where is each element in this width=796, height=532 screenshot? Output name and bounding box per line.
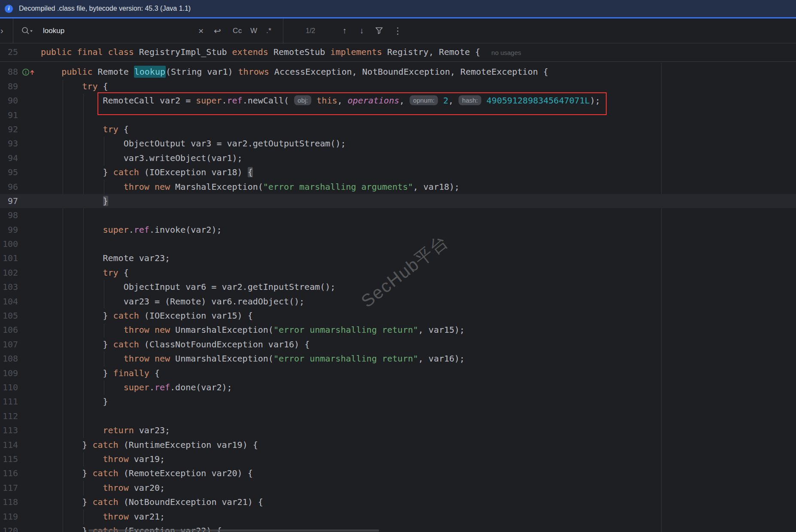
expand-replace-chevron-icon[interactable]: ›	[0, 18, 3, 43]
implements-method-icon[interactable]: I	[21, 67, 36, 77]
line-number[interactable]: 97	[0, 194, 18, 208]
line-number[interactable]: 98	[0, 208, 18, 222]
previous-occurrence-icon[interactable]: ↑	[343, 18, 347, 43]
code-text[interactable]: super.ref.done(var2);	[41, 380, 232, 395]
line-number[interactable]: 101	[0, 251, 18, 265]
filter-icon[interactable]	[375, 18, 383, 43]
code-text[interactable]: }	[41, 194, 108, 208]
sticky-header-line[interactable]: 25 public final class RegistryImpl_Stub …	[0, 43, 796, 62]
code-line-100[interactable]: 100	[0, 237, 796, 251]
line-number[interactable]: 113	[0, 423, 18, 438]
search-input[interactable]: lookup	[43, 18, 64, 43]
code-line-94[interactable]: 94 var3.writeObject(var1);	[0, 151, 796, 165]
code-line-119[interactable]: 119 throw var21;	[0, 510, 796, 524]
line-number[interactable]: 110	[0, 380, 18, 395]
code-text[interactable]: throw var21;	[41, 510, 165, 524]
line-number[interactable]: 25	[0, 45, 18, 59]
code-line-92[interactable]: 92 try {	[0, 122, 796, 137]
next-occurrence-icon[interactable]: ↓	[360, 18, 364, 43]
code-line-93[interactable]: 93 ObjectOutput var3 = var2.getOutputStr…	[0, 137, 796, 151]
code-line-106[interactable]: 106 throw new UnmarshalException("error …	[0, 323, 796, 337]
code-line-118[interactable]: 118 } catch (NotBoundException var21) {	[0, 495, 796, 509]
code-line-95[interactable]: 95 } catch (IOException var18) {	[0, 165, 796, 179]
code-text[interactable]: } catch (RuntimeException var19) {	[41, 438, 258, 452]
line-number[interactable]: 120	[0, 524, 18, 532]
code-line-88[interactable]: 88I public Remote lookup(String var1) th…	[0, 65, 796, 79]
more-options-icon[interactable]: ⋮	[393, 18, 403, 43]
code-line-112[interactable]: 112	[0, 409, 796, 423]
code-line-107[interactable]: 107 } catch (ClassNotFoundException var1…	[0, 337, 796, 352]
code-line-90[interactable]: 90 RemoteCall var2 = super.ref.newCall( …	[0, 94, 796, 108]
code-text[interactable]: public Remote lookup(String var1) throws…	[41, 65, 548, 79]
line-number[interactable]: 91	[0, 108, 18, 122]
code-editor[interactable]: 8788I public Remote lookup(String var1) …	[0, 62, 796, 532]
line-number[interactable]: 107	[0, 337, 18, 352]
code-text[interactable]: throw new UnmarshalException("error unma…	[41, 352, 465, 366]
code-text[interactable]: throw new MarshalException("error marsha…	[41, 180, 459, 194]
line-number[interactable]: 116	[0, 466, 18, 480]
line-number[interactable]: 94	[0, 151, 18, 165]
line-number[interactable]: 119	[0, 510, 18, 524]
code-line-89[interactable]: 89 try {	[0, 79, 796, 94]
code-text[interactable]: var3.writeObject(var1);	[41, 151, 243, 165]
code-line-87[interactable]: 87	[0, 62, 796, 65]
code-line-115[interactable]: 115 throw var19;	[0, 452, 796, 466]
line-number[interactable]: 108	[0, 352, 18, 366]
code-line-108[interactable]: 108 throw new UnmarshalException("error …	[0, 352, 796, 366]
code-text[interactable]: throw var19;	[41, 452, 165, 466]
code-text[interactable]: Remote var23;	[41, 251, 170, 265]
code-text[interactable]: } catch (ClassNotFoundException var16) {	[41, 337, 310, 352]
line-number[interactable]: 90	[0, 94, 18, 108]
code-line-111[interactable]: 111 }	[0, 395, 796, 409]
code-text[interactable]: } catch (IOException var18) {	[41, 165, 253, 179]
code-line-114[interactable]: 114 } catch (RuntimeException var19) {	[0, 438, 796, 452]
code-text[interactable]: ObjectOutput var3 = var2.getOutputStream…	[41, 137, 346, 151]
line-number[interactable]: 102	[0, 266, 18, 280]
line-number[interactable]: 111	[0, 395, 18, 409]
horizontal-scrollbar-thumb[interactable]	[88, 529, 379, 532]
code-text[interactable]: ObjectInput var6 = var2.getInputStream()…	[41, 280, 335, 294]
code-line-98[interactable]: 98	[0, 208, 796, 222]
code-line-97[interactable]: 97 }	[0, 194, 796, 208]
line-number[interactable]: 114	[0, 438, 18, 452]
line-number[interactable]: 118	[0, 495, 18, 509]
line-number[interactable]: 95	[0, 165, 18, 179]
line-number[interactable]: 106	[0, 323, 18, 337]
line-number[interactable]: 117	[0, 481, 18, 495]
code-text[interactable]: } catch (RemoteException var20) {	[41, 466, 253, 480]
close-icon[interactable]: ×	[198, 18, 204, 43]
code-text[interactable]: try {	[41, 79, 108, 94]
line-number[interactable]: 96	[0, 180, 18, 194]
code-line-96[interactable]: 96 throw new MarshalException("error mar…	[0, 180, 796, 194]
code-text[interactable]: throw var20;	[41, 481, 165, 495]
line-number[interactable]: 105	[0, 309, 18, 323]
code-line-116[interactable]: 116 } catch (RemoteException var20) {	[0, 466, 796, 480]
regex-toggle[interactable]: .*	[266, 18, 271, 43]
line-number[interactable]: 103	[0, 280, 18, 294]
code-text[interactable]: } finally {	[41, 366, 160, 380]
code-line-117[interactable]: 117 throw var20;	[0, 481, 796, 495]
line-number[interactable]: 93	[0, 137, 18, 151]
line-number[interactable]: 88	[0, 65, 18, 79]
code-text[interactable]: }	[41, 395, 108, 409]
code-text[interactable]: var23 = (Remote) var6.readObject();	[41, 295, 304, 309]
code-line-110[interactable]: 110 super.ref.done(var2);	[0, 380, 796, 395]
line-number[interactable]: 89	[0, 79, 18, 94]
code-text[interactable]: try {	[41, 266, 129, 280]
code-line-113[interactable]: 113 return var23;	[0, 423, 796, 438]
line-number[interactable]: 87	[0, 62, 18, 65]
line-number[interactable]: 112	[0, 409, 18, 423]
line-number[interactable]: 92	[0, 122, 18, 137]
newline-icon[interactable]: ↩	[214, 18, 221, 43]
code-line-104[interactable]: 104 var23 = (Remote) var6.readObject();	[0, 295, 796, 309]
match-case-toggle[interactable]: Cc	[233, 18, 242, 43]
code-text[interactable]: super.ref.invoke(var2);	[41, 223, 222, 237]
sticky-code[interactable]: public final class RegistryImpl_Stub ext…	[41, 45, 480, 59]
code-line-105[interactable]: 105 } catch (IOException var15) {	[0, 309, 796, 323]
whole-words-toggle[interactable]: W	[250, 18, 258, 43]
code-text[interactable]: } catch (NotBoundException var21) {	[41, 495, 263, 509]
line-number[interactable]: 99	[0, 223, 18, 237]
code-text[interactable]: try {	[41, 122, 129, 137]
line-number[interactable]: 104	[0, 295, 18, 309]
code-line-91[interactable]: 91	[0, 108, 796, 122]
